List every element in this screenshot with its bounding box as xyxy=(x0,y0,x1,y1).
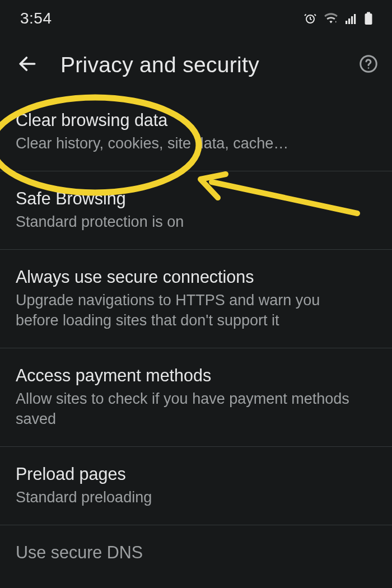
setting-subtitle: Standard protection is on xyxy=(16,212,352,232)
page-title: Privacy and security xyxy=(44,53,352,77)
settings-list: Clear browsing data Clear history, cooki… xyxy=(0,93,392,563)
status-time: 3:54 xyxy=(20,10,52,27)
setting-subtitle: Clear history, cookies, site data, cache… xyxy=(16,134,352,154)
svg-rect-1 xyxy=(346,21,347,24)
setting-subtitle: Standard preloading xyxy=(16,488,352,508)
setting-clear-browsing-data[interactable]: Clear browsing data Clear history, cooki… xyxy=(0,93,392,171)
setting-title: Always use secure connections xyxy=(16,266,376,287)
setting-title: Clear browsing data xyxy=(16,109,376,130)
setting-secure-dns[interactable]: Use secure DNS xyxy=(0,525,392,563)
battery-icon xyxy=(364,12,373,25)
setting-secure-connections[interactable]: Always use secure connections Upgrade na… xyxy=(0,250,392,348)
setting-title: Safe Browsing xyxy=(16,188,376,209)
alarm-icon xyxy=(304,12,317,25)
svg-rect-4 xyxy=(354,14,356,24)
back-button[interactable] xyxy=(17,53,44,77)
svg-rect-2 xyxy=(348,18,350,24)
setting-payment-methods[interactable]: Access payment methods Allow sites to ch… xyxy=(0,348,392,447)
setting-title: Use secure DNS xyxy=(16,542,376,563)
wifi-icon xyxy=(324,12,338,25)
svg-rect-5 xyxy=(367,12,370,14)
svg-point-9 xyxy=(368,67,370,69)
setting-subtitle: Allow sites to check if you have payment… xyxy=(16,389,352,430)
setting-subtitle: Upgrade navigations to HTTPS and warn yo… xyxy=(16,291,352,331)
setting-title: Preload pages xyxy=(16,463,376,484)
setting-preload-pages[interactable]: Preload pages Standard preloading xyxy=(0,447,392,525)
arrow-back-icon xyxy=(17,53,38,77)
status-bar: 3:54 xyxy=(0,0,392,37)
help-outline-icon xyxy=(358,54,379,76)
svg-rect-6 xyxy=(365,13,372,25)
signal-icon xyxy=(345,12,357,25)
status-icons-group xyxy=(304,12,373,25)
help-button[interactable] xyxy=(352,54,379,76)
setting-safe-browsing[interactable]: Safe Browsing Standard protection is on xyxy=(0,171,392,250)
svg-rect-3 xyxy=(351,16,353,24)
setting-title: Access payment methods xyxy=(16,365,376,386)
app-bar: Privacy and security xyxy=(0,37,392,93)
